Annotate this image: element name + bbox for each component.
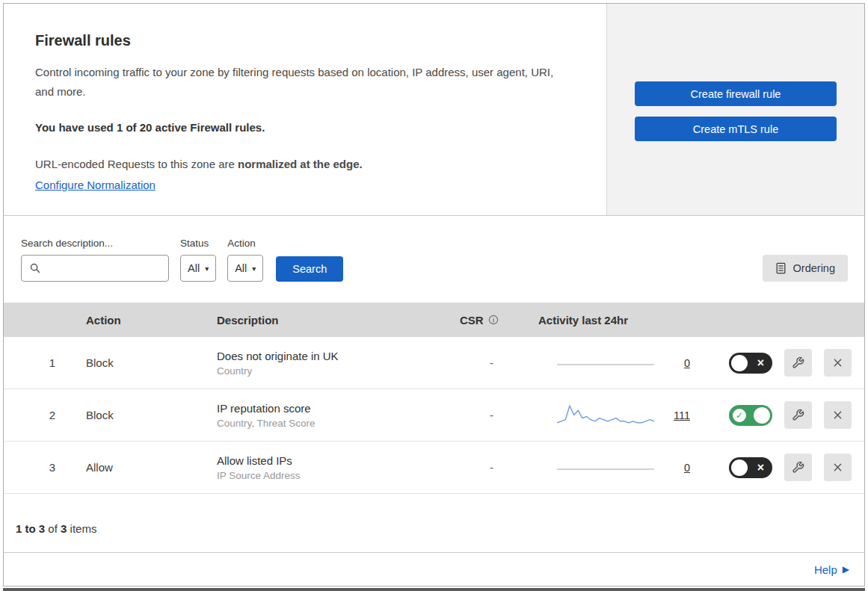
help-label: Help (814, 563, 837, 576)
activity-sparkline (557, 350, 654, 377)
pagination-summary: 1 to 3 of 3 items (4, 494, 864, 553)
cross-icon: × (757, 357, 764, 369)
search-icon (29, 262, 41, 274)
firewall-rules-page: Firewall rules Control incoming traffic … (3, 3, 865, 587)
page-header: Firewall rules Control incoming traffic … (4, 4, 864, 216)
table-header: Action Description CSR Activity last 24h… (4, 303, 864, 337)
help-bar: Help ▶ (4, 553, 864, 586)
ordering-button[interactable]: Ordering (763, 255, 848, 282)
status-filter-label: Status (180, 238, 216, 249)
rule-description: Does not originate in UK (217, 350, 452, 362)
rule-description: Allow listed IPs (217, 454, 452, 467)
create-firewall-rule-button[interactable]: Create firewall rule (635, 81, 837, 106)
rule-action: Block (79, 356, 209, 369)
activity-count-link[interactable]: 111 (671, 409, 690, 421)
table-row: 1 Block Does not originate in UK Country… (4, 337, 864, 389)
activity-count-link[interactable]: 0 (671, 357, 690, 369)
usage-summary: You have used 1 of 20 active Firewall ru… (35, 121, 561, 134)
close-icon (832, 409, 843, 421)
ordering-label: Ordering (793, 262, 835, 274)
activity-sparkline (557, 454, 654, 481)
rule-csr: - (452, 356, 531, 369)
action-filter-select[interactable]: All ▾ (227, 255, 263, 282)
rule-controls: ✓ × (707, 401, 864, 429)
rule-description: IP reputation score (217, 402, 452, 415)
rule-action: Allow (79, 461, 209, 474)
rule-csr: - (452, 461, 531, 474)
filter-bar: Search description... Status All ▾ Actio… (4, 216, 864, 303)
info-icon (488, 315, 499, 325)
action-filter-value: All (235, 262, 247, 274)
search-button[interactable]: Search (276, 256, 343, 282)
search-label: Search description... (21, 238, 169, 249)
rule-description-cell: Does not originate in UK Country (209, 350, 452, 377)
normalization-note: URL-encoded Requests to this zone are no… (35, 155, 561, 195)
list-document-icon (775, 262, 787, 274)
close-icon (832, 357, 843, 368)
cross-icon: × (757, 462, 764, 474)
delete-rule-button[interactable] (824, 401, 852, 429)
rule-controls: ✓ × (707, 454, 864, 481)
col-csr: CSR (452, 314, 531, 327)
rule-fields: IP Source Address (217, 470, 452, 481)
table-row: 2 Block IP reputation score Country, Thr… (4, 389, 864, 442)
actions-panel: Create firewall rule Create mTLS rule (606, 4, 864, 215)
create-mtls-rule-button[interactable]: Create mTLS rule (635, 117, 837, 141)
rule-description-cell: IP reputation score Country, Threat Scor… (209, 402, 452, 429)
close-icon (832, 462, 843, 473)
col-csr-label: CSR (460, 314, 484, 327)
action-filter-label: Action (227, 238, 263, 249)
rule-csr: - (452, 409, 531, 421)
rule-enabled-toggle[interactable]: ✓ × (729, 457, 772, 478)
wrench-icon (792, 409, 804, 421)
rule-activity-cell: 111 (531, 402, 707, 429)
rule-activity-cell: 0 (531, 454, 707, 481)
rule-controls: ✓ × (707, 349, 864, 377)
action-filter-group: Action All ▾ (227, 238, 263, 282)
chevron-down-icon: ▾ (205, 264, 209, 273)
wrench-icon (792, 461, 804, 474)
items-of-text: of (45, 522, 61, 535)
search-box (21, 255, 169, 282)
col-action: Action (79, 314, 209, 327)
search-filter-group: Search description... (21, 238, 169, 282)
toggle-knob (731, 355, 748, 371)
normalization-text: URL-encoded Requests to this zone are (35, 158, 238, 170)
activity-sparkline (557, 402, 654, 429)
toggle-knob (731, 460, 748, 476)
status-filter-select[interactable]: All ▾ (180, 255, 216, 282)
configure-normalization-link[interactable]: Configure Normalization (35, 176, 156, 195)
rule-enabled-toggle[interactable]: ✓ × (729, 405, 772, 426)
col-description: Description (209, 314, 452, 327)
page-header-text: Firewall rules Control incoming traffic … (4, 4, 606, 215)
items-label: items (67, 522, 96, 535)
delete-rule-button[interactable] (824, 349, 852, 377)
rule-action: Block (79, 409, 209, 421)
toggle-knob (754, 407, 770, 424)
rule-fields: Country (217, 365, 452, 377)
window-bottom-edge (3, 588, 865, 591)
rule-priority: 1 (4, 356, 79, 369)
search-description-input[interactable] (41, 262, 162, 274)
activity-count-link[interactable]: 0 (671, 462, 690, 474)
page-description: Control incoming traffic to your zone by… (35, 63, 561, 102)
arrow-right-icon: ▶ (843, 564, 849, 575)
edit-rule-button[interactable] (784, 454, 812, 481)
delete-rule-button[interactable] (824, 454, 852, 481)
wrench-icon (792, 356, 804, 369)
items-range: 1 to 3 (16, 522, 45, 535)
rule-priority: 2 (4, 409, 79, 421)
rule-description-cell: Allow listed IPs IP Source Address (209, 454, 452, 481)
page-title: Firewall rules (35, 32, 561, 49)
rule-enabled-toggle[interactable]: ✓ × (729, 353, 772, 374)
col-activity: Activity last 24hr (531, 314, 707, 327)
rule-fields: Country, Threat Score (217, 418, 452, 429)
normalization-bold-text: normalized at the edge. (238, 158, 363, 170)
status-filter-value: All (188, 262, 200, 274)
edit-rule-button[interactable] (784, 401, 812, 429)
edit-rule-button[interactable] (784, 349, 812, 377)
status-filter-group: Status All ▾ (180, 238, 216, 282)
check-icon: ✓ (733, 409, 746, 422)
help-link[interactable]: Help ▶ (814, 563, 849, 576)
chevron-down-icon: ▾ (252, 264, 256, 273)
